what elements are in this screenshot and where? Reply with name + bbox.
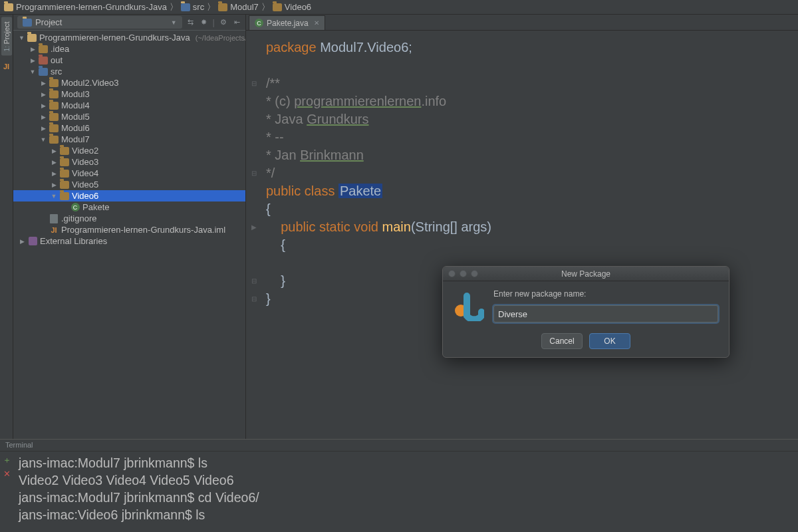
tree-arrow-icon[interactable] [29, 46, 36, 53]
tree-label: .gitignore [61, 213, 96, 223]
breadcrumb-video6[interactable]: Video6 [273, 2, 311, 12]
breadcrumb-src[interactable]: src [181, 2, 204, 12]
package-icon [49, 90, 59, 99]
terminal-body[interactable]: jans-imac:Modul7 jbrinkmann$ ls Video2 V… [15, 452, 798, 532]
tree-arrow-icon[interactable] [51, 193, 57, 200]
source-folder-icon [39, 67, 48, 76]
chevron-down-icon: ▼ [171, 19, 177, 26]
dialog-prompt: Enter new package name: [493, 289, 718, 299]
gutter: ⊟⊟▶⊟⊟ [249, 39, 259, 308]
tree-row[interactable]: out [13, 55, 245, 66]
tree-row[interactable]: Modul7 [13, 134, 245, 145]
tree-label: Programmieren-lernen-Grundkurs-Java.iml [61, 225, 225, 235]
package-icon [60, 158, 69, 167]
tree-row[interactable]: Video4 [13, 168, 245, 179]
class-icon: C [70, 203, 80, 212]
tree-row[interactable]: Video2 [13, 145, 245, 156]
terminal-line: Video2 Video3 Video4 Video5 Video6 [19, 471, 794, 489]
gear-icon[interactable]: ⚙ [219, 17, 228, 27]
tree-row[interactable]: Modul6 [13, 122, 245, 134]
project-view-selector[interactable]: Project ▼ [17, 16, 182, 29]
package-icon [49, 112, 59, 122]
tree-arrow-icon[interactable] [29, 57, 36, 64]
terminal-tool-window: Terminal ＋ ✕ jans-imac:Modul7 jbrinkmann… [0, 439, 798, 532]
package-icon [218, 3, 227, 11]
tree-row[interactable]: Modul3 [13, 88, 245, 100]
target-icon[interactable]: ✸ [200, 17, 209, 27]
folder-icon [4, 3, 13, 11]
breadcrumb-modul7[interactable]: Modul7 [218, 2, 259, 12]
tree-row[interactable]: .gitignore [13, 213, 245, 224]
add-terminal-icon[interactable]: ＋ [3, 454, 11, 466]
tree-arrow-icon[interactable] [40, 114, 47, 120]
left-toolstripe: 1: Project JI [0, 15, 13, 439]
toolwindow-project-tab[interactable]: 1: Project [1, 17, 12, 56]
tree-row[interactable]: External Libraries [13, 235, 245, 247]
breadcrumb-label: Modul7 [230, 2, 259, 12]
tree-arrow-icon[interactable] [40, 102, 47, 109]
package-icon [273, 3, 282, 11]
tree-label: Modul5 [61, 112, 90, 122]
tree-arrow-icon[interactable] [19, 35, 25, 41]
tree-row[interactable]: JIProgrammieren-lernen-Grundkurs-Java.im… [13, 224, 245, 235]
tree-row[interactable]: Modul2.Video3 [13, 77, 245, 88]
tree-label: Programmieren-lernen-Grundkurs-Java [39, 33, 190, 43]
project-tree[interactable]: Programmieren-lernen-Grundkurs-Java(~/Id… [13, 31, 245, 439]
editor-tab-pakete[interactable]: C Pakete.java ✕ [249, 15, 325, 30]
package-icon [49, 124, 59, 133]
tree-label: Video3 [72, 157, 98, 167]
tree-row[interactable]: .idea [13, 43, 245, 55]
breadcrumb-root[interactable]: Programmieren-lernen-Grundkurs-Java [4, 2, 167, 12]
package-icon [49, 78, 59, 88]
cancel-button[interactable]: Cancel [541, 333, 583, 349]
terminal-side-controls: ＋ ✕ [0, 452, 13, 532]
close-terminal-icon[interactable]: ✕ [3, 469, 11, 479]
terminal-header[interactable]: Terminal [0, 440, 798, 452]
tree-arrow-icon[interactable] [40, 80, 47, 86]
tree-arrow-icon[interactable] [51, 159, 57, 166]
package-name-input[interactable] [493, 305, 718, 323]
tree-label: Modul7 [61, 134, 90, 144]
new-package-dialog: New Package Enter new package name: Canc… [442, 266, 730, 358]
tree-row[interactable]: CPakete [13, 201, 245, 213]
tree-label: out [51, 55, 63, 65]
tree-arrow-icon[interactable] [40, 125, 47, 132]
tree-label: Video2 [72, 146, 98, 156]
tree-row[interactable]: src [13, 66, 245, 77]
dialog-titlebar[interactable]: New Package [443, 267, 729, 281]
tree-row[interactable]: Modul4 [13, 100, 245, 111]
tree-label: Modul2.Video3 [61, 78, 119, 88]
tree-label: Modul3 [61, 89, 90, 99]
package-icon [49, 135, 59, 144]
breadcrumb-label: Video6 [285, 2, 311, 12]
tree-arrow-icon[interactable] [19, 238, 25, 245]
tree-arrow-icon[interactable] [51, 148, 57, 154]
folder-icon [23, 19, 32, 27]
editor-area: C Pakete.java ✕ ⊟⊟▶⊟⊟ package Modul7.Vid… [246, 15, 798, 439]
code-editor[interactable]: ⊟⊟▶⊟⊟ package Modul7.Video6; /** * (c) p… [246, 31, 798, 439]
tree-arrow-icon[interactable] [51, 170, 57, 177]
autoscroll-icon[interactable]: ⇆ [186, 17, 196, 27]
tree-row[interactable]: Video3 [13, 156, 245, 168]
tree-arrow-icon[interactable] [51, 182, 57, 188]
editor-tabs: C Pakete.java ✕ [246, 15, 798, 31]
tree-row[interactable]: Video5 [13, 179, 245, 190]
terminal-line: jans-imac:Modul7 jbrinkmann$ ls [19, 454, 794, 471]
tree-row[interactable]: Modul5 [13, 111, 245, 122]
package-icon [49, 101, 59, 110]
tree-arrow-icon[interactable] [40, 91, 47, 98]
package-icon [60, 192, 69, 201]
close-icon[interactable]: ✕ [314, 19, 319, 27]
breadcrumb-label: Programmieren-lernen-Grundkurs-Java [16, 2, 167, 12]
tree-arrow-icon[interactable] [29, 68, 36, 75]
package-icon [60, 180, 69, 190]
output-folder-icon [39, 56, 48, 65]
ok-button[interactable]: OK [589, 333, 630, 349]
tree-arrow-icon[interactable] [40, 136, 47, 143]
tree-row[interactable]: Video6 [13, 190, 245, 201]
tree-row[interactable]: Programmieren-lernen-Grundkurs-Java(~/Id… [13, 32, 245, 43]
tree-label: Video4 [72, 168, 98, 178]
project-tool-window: Project ▼ ⇆ ✸ | ⚙ ⇤ Programmieren-lernen… [13, 15, 246, 439]
tree-label: src [51, 66, 62, 76]
hide-icon[interactable]: ⇤ [232, 17, 241, 27]
